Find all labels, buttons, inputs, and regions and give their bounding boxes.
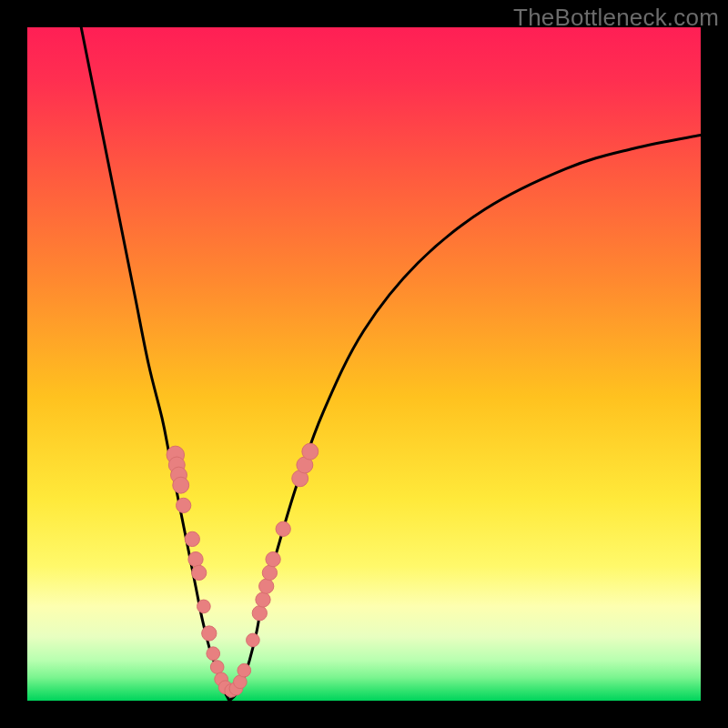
data-marker	[259, 579, 274, 593]
plot-area	[27, 27, 701, 701]
data-marker	[197, 600, 211, 613]
watermark-text: TheBottleneck.com	[513, 4, 719, 32]
curve-layer	[27, 27, 701, 701]
data-marker	[302, 443, 318, 460]
data-markers	[167, 443, 318, 697]
data-marker	[256, 592, 270, 607]
data-marker	[207, 647, 220, 661]
data-marker	[276, 521, 290, 536]
data-marker	[173, 477, 189, 493]
data-marker	[266, 551, 280, 566]
data-marker	[177, 498, 191, 512]
data-marker	[262, 565, 277, 580]
data-marker	[247, 633, 260, 647]
data-marker	[185, 531, 199, 546]
left-branch-curve	[81, 27, 229, 701]
right-branch-curve	[229, 135, 701, 701]
data-marker	[202, 626, 217, 641]
data-marker	[252, 606, 267, 621]
data-marker	[192, 565, 207, 580]
chart-frame: TheBottleneck.com	[0, 0, 728, 728]
data-marker	[188, 551, 203, 566]
data-marker	[210, 661, 224, 674]
data-marker	[238, 663, 251, 677]
